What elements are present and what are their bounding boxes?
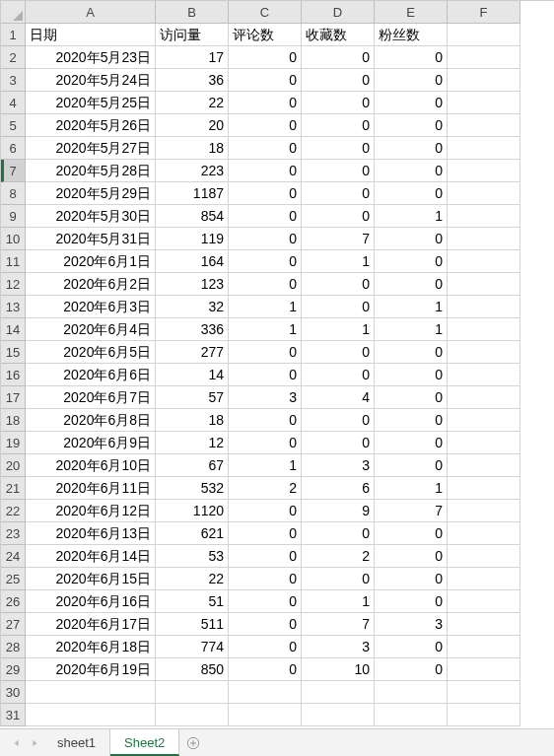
- cell-D16[interactable]: 0: [302, 364, 375, 386]
- cell-E20[interactable]: 0: [375, 454, 448, 477]
- cell-B3[interactable]: 36: [156, 69, 229, 92]
- cell-C8[interactable]: 0: [229, 182, 302, 205]
- cell-F17[interactable]: [448, 386, 520, 409]
- cell-B20[interactable]: 67: [156, 454, 229, 477]
- cell-A20[interactable]: 2020年6月10日: [26, 454, 156, 477]
- cell-A19[interactable]: 2020年6月9日: [26, 432, 156, 454]
- cell-F6[interactable]: [448, 137, 520, 160]
- cell-C28[interactable]: 0: [229, 636, 302, 658]
- row-header-3[interactable]: 3: [1, 69, 26, 92]
- cell-B29[interactable]: 850: [156, 658, 229, 681]
- cell-A17[interactable]: 2020年6月7日: [26, 386, 156, 409]
- row-header-19[interactable]: 19: [1, 432, 26, 454]
- cell-F21[interactable]: [448, 477, 520, 500]
- cell-E30[interactable]: [375, 681, 448, 704]
- cell-A13[interactable]: 2020年6月3日: [26, 296, 156, 318]
- cell-C3[interactable]: 0: [229, 69, 302, 92]
- row-header-11[interactable]: 11: [1, 250, 26, 273]
- row-header-21[interactable]: 21: [1, 477, 26, 500]
- select-all-corner[interactable]: [1, 1, 26, 24]
- cell-C25[interactable]: 0: [229, 568, 302, 590]
- cell-E2[interactable]: 0: [375, 46, 448, 69]
- cell-B4[interactable]: 22: [156, 92, 229, 114]
- row-header-30[interactable]: 30: [1, 681, 26, 704]
- cell-A12[interactable]: 2020年6月2日: [26, 273, 156, 296]
- cell-C2[interactable]: 0: [229, 46, 302, 69]
- cell-C11[interactable]: 0: [229, 250, 302, 273]
- cell-B1[interactable]: 访问量: [156, 24, 229, 46]
- cell-F23[interactable]: [448, 522, 520, 545]
- cell-E18[interactable]: 0: [375, 409, 448, 432]
- cell-D27[interactable]: 7: [302, 613, 375, 636]
- cell-B19[interactable]: 12: [156, 432, 229, 454]
- cell-C18[interactable]: 0: [229, 409, 302, 432]
- cell-F7[interactable]: [448, 160, 520, 182]
- cell-A25[interactable]: 2020年6月15日: [26, 568, 156, 590]
- cell-D8[interactable]: 0: [302, 182, 375, 205]
- cell-F20[interactable]: [448, 454, 520, 477]
- cell-E26[interactable]: 0: [375, 590, 448, 613]
- cell-A30[interactable]: [26, 681, 156, 704]
- cell-E1[interactable]: 粉丝数: [375, 24, 448, 46]
- cell-D15[interactable]: 0: [302, 341, 375, 364]
- cell-C16[interactable]: 0: [229, 364, 302, 386]
- cell-B27[interactable]: 511: [156, 613, 229, 636]
- cell-C24[interactable]: 0: [229, 545, 302, 568]
- cell-C26[interactable]: 0: [229, 590, 302, 613]
- tab-nav-next[interactable]: [26, 729, 43, 756]
- cell-A16[interactable]: 2020年6月6日: [26, 364, 156, 386]
- cell-B31[interactable]: [156, 704, 229, 726]
- cell-B11[interactable]: 164: [156, 250, 229, 273]
- cell-F30[interactable]: [448, 681, 520, 704]
- cell-B26[interactable]: 51: [156, 590, 229, 613]
- cell-D6[interactable]: 0: [302, 137, 375, 160]
- cell-C15[interactable]: 0: [229, 341, 302, 364]
- row-header-26[interactable]: 26: [1, 590, 26, 613]
- cell-F12[interactable]: [448, 273, 520, 296]
- cell-E6[interactable]: 0: [375, 137, 448, 160]
- cell-F10[interactable]: [448, 228, 520, 250]
- cell-F31[interactable]: [448, 704, 520, 726]
- cell-E27[interactable]: 3: [375, 613, 448, 636]
- cell-D4[interactable]: 0: [302, 92, 375, 114]
- cell-C19[interactable]: 0: [229, 432, 302, 454]
- cell-C9[interactable]: 0: [229, 205, 302, 228]
- cell-C4[interactable]: 0: [229, 92, 302, 114]
- row-header-25[interactable]: 25: [1, 568, 26, 590]
- cell-E29[interactable]: 0: [375, 658, 448, 681]
- cell-F8[interactable]: [448, 182, 520, 205]
- cell-B22[interactable]: 1120: [156, 500, 229, 522]
- cell-E9[interactable]: 1: [375, 205, 448, 228]
- row-header-6[interactable]: 6: [1, 137, 26, 160]
- cell-F9[interactable]: [448, 205, 520, 228]
- cell-C22[interactable]: 0: [229, 500, 302, 522]
- tab-nav-prev[interactable]: [8, 729, 26, 756]
- cell-E5[interactable]: 0: [375, 114, 448, 137]
- cell-A10[interactable]: 2020年5月31日: [26, 228, 156, 250]
- cell-B2[interactable]: 17: [156, 46, 229, 69]
- cell-E14[interactable]: 1: [375, 318, 448, 341]
- cell-A21[interactable]: 2020年6月11日: [26, 477, 156, 500]
- row-header-17[interactable]: 17: [1, 386, 26, 409]
- cell-E3[interactable]: 0: [375, 69, 448, 92]
- row-header-12[interactable]: 12: [1, 273, 26, 296]
- cell-B7[interactable]: 223: [156, 160, 229, 182]
- cell-D25[interactable]: 0: [302, 568, 375, 590]
- cell-E15[interactable]: 0: [375, 341, 448, 364]
- col-header-B[interactable]: B: [156, 1, 229, 24]
- cell-C17[interactable]: 3: [229, 386, 302, 409]
- cell-C21[interactable]: 2: [229, 477, 302, 500]
- cell-F4[interactable]: [448, 92, 520, 114]
- cell-A9[interactable]: 2020年5月30日: [26, 205, 156, 228]
- cell-B8[interactable]: 1187: [156, 182, 229, 205]
- col-header-C[interactable]: C: [229, 1, 302, 24]
- cell-C7[interactable]: 0: [229, 160, 302, 182]
- cell-C1[interactable]: 评论数: [229, 24, 302, 46]
- row-header-28[interactable]: 28: [1, 636, 26, 658]
- cell-B24[interactable]: 53: [156, 545, 229, 568]
- cell-B18[interactable]: 18: [156, 409, 229, 432]
- cell-E10[interactable]: 0: [375, 228, 448, 250]
- row-header-2[interactable]: 2: [1, 46, 26, 69]
- cell-A15[interactable]: 2020年6月5日: [26, 341, 156, 364]
- col-header-A[interactable]: A: [26, 1, 156, 24]
